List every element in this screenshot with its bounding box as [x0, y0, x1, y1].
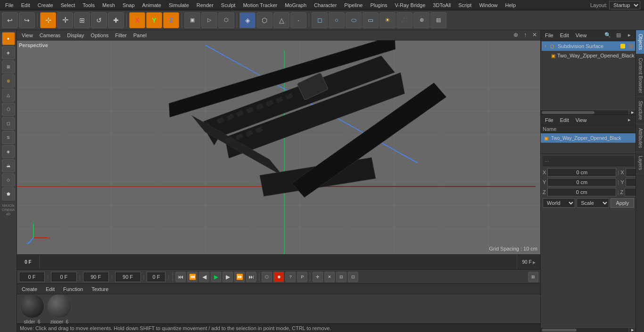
coord-x-pos-input[interactable] — [547, 168, 616, 177]
sphere-button[interactable]: ○ — [329, 12, 345, 28]
object-mode-button[interactable]: ◈ — [239, 12, 256, 28]
plane-button[interactable]: ▭ — [363, 12, 379, 28]
prev-frame-button[interactable]: ⏪ — [187, 272, 198, 282]
material-item-0[interactable]: slider_6 — [20, 294, 44, 324]
viewport-menu-view[interactable]: View — [19, 32, 36, 39]
menu-character[interactable]: Character — [311, 1, 340, 9]
play-forward-button[interactable]: ▶ — [223, 272, 233, 282]
hud-button[interactable]: ⊞ — [528, 272, 538, 282]
auto-keyframe-button[interactable]: ? — [285, 272, 296, 282]
floor-button[interactable]: ▤ — [430, 12, 446, 28]
viewport[interactable]: View Cameras Display Options Filter Pane… — [17, 30, 540, 254]
obj-manager-scrollbar[interactable]: ▸ — [541, 110, 636, 114]
cube-button[interactable]: ◻ — [312, 12, 328, 28]
menu-pipeline[interactable]: Pipeline — [341, 1, 366, 9]
mode-object-button[interactable]: ● — [2, 32, 15, 45]
obj-view-menu[interactable]: View — [573, 32, 589, 39]
timeline-expand-icon[interactable]: ▸ — [533, 259, 536, 266]
menu-vray[interactable]: V-Ray Bridge — [392, 1, 429, 9]
mode-poly-button[interactable]: △ — [2, 89, 15, 102]
coord-y-size-input[interactable] — [626, 178, 636, 186]
prev-key-button[interactable]: ⊟ — [336, 272, 347, 282]
viewport-menu-cameras[interactable]: Cameras — [37, 32, 64, 39]
mode-selection-button[interactable]: S — [2, 131, 15, 144]
coord-x-size-input[interactable] — [626, 168, 636, 177]
obj-edit-menu[interactable]: Edit — [558, 32, 571, 39]
bottom-panel-scrollbar[interactable]: ▸ — [541, 327, 636, 332]
menu-3dtoall[interactable]: 3DToAll — [429, 1, 454, 9]
material-menu-texture[interactable]: Texture — [89, 285, 111, 293]
preview-end-input[interactable] — [115, 272, 141, 282]
cylinder-button[interactable]: ⬭ — [346, 12, 362, 28]
attr-edit-menu[interactable]: Edit — [558, 116, 571, 124]
next-key-button[interactable]: ⊡ — [348, 272, 358, 282]
bottom-scroll-arrow[interactable]: ▸ — [628, 328, 636, 332]
obj-search-icon[interactable]: 🔍 — [603, 31, 612, 40]
viewport-menu-display[interactable]: Display — [64, 32, 87, 39]
viewport-up-icon[interactable]: ↑ — [521, 31, 529, 39]
x-axis-button[interactable]: X — [129, 12, 145, 28]
keyframe-button[interactable]: ⬡ — [262, 272, 272, 282]
obj-tree-item-subdivision[interactable]: ▼ ⬡ Subdivision Surface — [542, 41, 635, 51]
y-axis-button[interactable]: Y — [146, 12, 162, 28]
coord-mode-dropdown[interactable]: World — [543, 198, 575, 208]
sculpt-tool-button[interactable]: ⛰ — [2, 159, 15, 172]
bottom-scroll-thumb[interactable] — [542, 329, 577, 332]
vtab-attributes[interactable]: Attributes — [636, 124, 644, 152]
obj-tree-item-zipper[interactable]: ▣ Two_Way_Zipper_Opened_Black — [542, 51, 635, 60]
transform-tool-button[interactable]: ✚ — [108, 12, 124, 28]
obj-expand-icon[interactable]: ▸ — [625, 31, 634, 40]
start-frame-input[interactable] — [51, 272, 77, 282]
poly-mode-button[interactable]: ⬡ — [256, 12, 272, 28]
menu-sculpt[interactable]: Sculpt — [218, 1, 239, 9]
bottom-tool2-button[interactable]: ⬟ — [2, 187, 15, 201]
redo-button[interactable]: ↪ — [19, 12, 35, 28]
mode-texture-button[interactable]: ◈ — [2, 46, 15, 59]
goto-start-button[interactable]: ⏮ — [175, 272, 186, 282]
mode-snap-button[interactable]: ⊕ — [2, 74, 15, 88]
render-button[interactable]: ⬡ — [218, 12, 234, 28]
apply-button[interactable]: Apply — [611, 198, 634, 208]
vtab-objects[interactable]: Objects — [636, 30, 644, 54]
camera-button[interactable]: 🎥 — [396, 12, 413, 28]
transform-mode-dropdown[interactable]: Scale — [577, 198, 609, 208]
undo-button[interactable]: ↩ — [2, 12, 18, 28]
menu-edit[interactable]: Edit — [18, 1, 33, 9]
scroll-arrow-right[interactable]: ▸ — [628, 110, 636, 114]
rotate-tool-button[interactable]: ↺ — [91, 12, 107, 28]
attr-file-menu[interactable]: File — [543, 116, 556, 124]
vtab-content-browser[interactable]: Content Browser — [636, 54, 644, 97]
coord-z-pos-input[interactable] — [547, 188, 616, 196]
attr-obj-item[interactable]: ▣ Two_Way_Zipper_Opened_Black — [541, 133, 636, 143]
viewport-menu-panel[interactable]: Panel — [131, 32, 149, 39]
scale-tool-button[interactable]: ⊞ — [74, 12, 90, 28]
menu-select[interactable]: Select — [58, 1, 79, 9]
layout-dropdown[interactable]: Startup — [609, 1, 640, 9]
menu-plugins[interactable]: Plugins — [367, 1, 390, 9]
menu-help[interactable]: Help — [502, 1, 520, 9]
menu-animate[interactable]: Animate — [139, 1, 165, 9]
edge-mode-button[interactable]: △ — [273, 12, 289, 28]
render-region-button[interactable]: ▣ — [184, 12, 200, 28]
menu-mesh[interactable]: Mesh — [99, 1, 118, 9]
goto-end-button[interactable]: ⏭ — [246, 272, 256, 282]
menu-create[interactable]: Create — [34, 1, 57, 9]
current-frame-input[interactable] — [19, 272, 45, 282]
vtab-layers[interactable]: Layers — [636, 152, 644, 174]
obj-filter-icon[interactable]: ▤ — [614, 31, 623, 40]
mode-2d-button[interactable]: ◻ — [2, 117, 15, 130]
vtab-structure[interactable]: Structure — [636, 97, 644, 124]
timeline[interactable]: 0 F 0 50 100 150 200 250 300 350 400 — [17, 254, 540, 269]
viewport-menu-options[interactable]: Options — [88, 32, 111, 39]
attr-expand-icon[interactable]: ▸ — [625, 115, 634, 125]
menu-script[interactable]: Script — [455, 1, 475, 9]
record-button[interactable]: ⏺ — [273, 272, 284, 282]
menu-window[interactable]: Window — [476, 1, 501, 9]
menu-snap[interactable]: Snap — [119, 1, 138, 9]
menu-simulate[interactable]: Simulate — [165, 1, 192, 9]
coord-z-size-input[interactable] — [625, 188, 636, 196]
menu-motion-tracker[interactable]: Motion Tracker — [239, 1, 281, 9]
viewport-canvas[interactable]: Perspective Grid Spacing : 10 cm X Y Z — [17, 40, 540, 254]
material-menu-create[interactable]: Create — [19, 285, 40, 293]
obj-file-menu[interactable]: File — [543, 32, 556, 39]
